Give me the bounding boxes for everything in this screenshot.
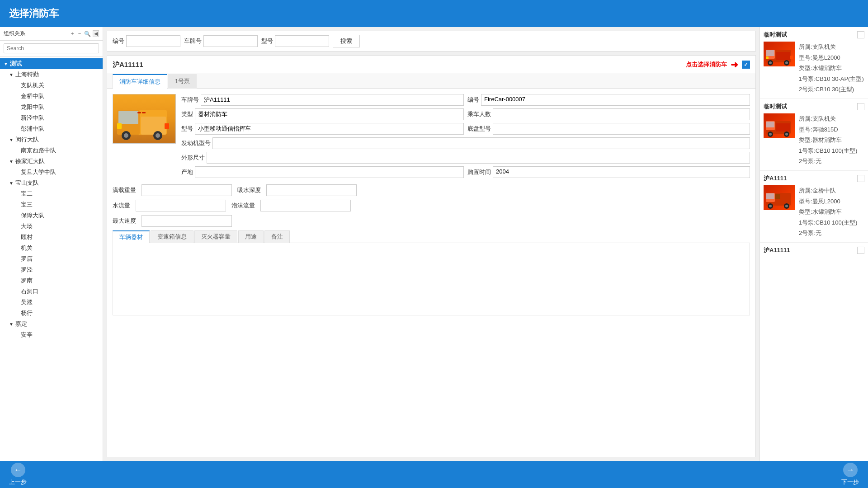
sub-tab-miehuoqi[interactable]: 灭火器容量 xyxy=(194,230,237,243)
sidebar-item-baoshan-san[interactable]: 宝三 xyxy=(0,199,103,210)
sidebar-item-minhang[interactable]: ▼ 闵行大队 xyxy=(0,134,103,145)
sub-tab-yongtu[interactable]: 用途 xyxy=(238,230,264,243)
right-card-1-checkbox[interactable] xyxy=(857,31,864,38)
chengren-value xyxy=(493,108,750,120)
page-title: 选择消防车 xyxy=(9,7,59,20)
right-card-4-checkbox[interactable] xyxy=(857,247,864,254)
right-card-3-image xyxy=(764,185,795,210)
sidebar-item-baozhang[interactable]: 保障大队 xyxy=(0,210,103,221)
sidebar-item-shanghai-teqin[interactable]: ▼ 上海特勤 xyxy=(0,69,103,80)
sidebar-item-jiading[interactable]: ▼ 嘉定 xyxy=(0,319,103,329)
leixing-value: 器材消防车 xyxy=(195,108,464,120)
metrics-row-2: 水流量 泡沫流量 xyxy=(113,200,750,211)
dipan-label: 底盘型号 xyxy=(467,125,491,133)
chengren-cell: 乘车人数 xyxy=(467,108,750,120)
xinghao-input[interactable] xyxy=(275,35,329,47)
svg-rect-11 xyxy=(142,112,146,113)
bianhao-input[interactable] xyxy=(126,35,180,47)
sidebar-item-pengpu[interactable]: 彭浦中队 xyxy=(0,123,103,134)
sidebar-item-dachang[interactable]: 大场 xyxy=(0,221,103,232)
search-button[interactable]: 搜索 xyxy=(333,35,360,47)
sidebar-item-label: 上海特勤 xyxy=(15,70,39,79)
next-button[interactable]: → 下一步 xyxy=(841,463,859,486)
sidebar-item-nanjingxilu[interactable]: 南京西路中队 xyxy=(0,145,103,156)
sidebar-item-label: 安亭 xyxy=(21,331,33,339)
sidebar-item-wusong[interactable]: 吴淞 xyxy=(0,297,103,308)
sidebar-item-luodian[interactable]: 罗店 xyxy=(0,253,103,264)
right-card-1-suoshu: 所属:支队机关 xyxy=(799,42,864,52)
prev-button[interactable]: ← 上一步 xyxy=(9,463,27,486)
select-checkbox[interactable]: ✓ xyxy=(742,61,750,69)
sub-tab-beizhu[interactable]: 备注 xyxy=(264,230,290,243)
sidebar-item-zhidui-jiguan[interactable]: 支队机关 xyxy=(0,80,103,91)
right-card-3-header: 沪A1111 xyxy=(764,174,864,183)
search-icon[interactable]: 🔍 xyxy=(84,31,91,37)
collapse-all-icon[interactable]: － xyxy=(77,30,82,38)
right-card-2-leixing: 类型:器材消防车 xyxy=(799,135,864,145)
right-card-2-checkbox[interactable] xyxy=(857,103,864,110)
right-card-3-xinghao: 型号:曼恩L2000 xyxy=(799,196,864,207)
main-container: 组织关系 ＋ － 🔍 ◀ ▼ 测试 ▼ 上海特勤 支队机关 xyxy=(0,27,868,461)
chepai-label: 车牌号 xyxy=(184,37,202,45)
search-input[interactable] xyxy=(4,43,99,53)
sidebar-icons: ＋ － 🔍 ◀ xyxy=(70,30,99,38)
svg-rect-2 xyxy=(118,111,138,124)
right-card-2: 临时测试 所属:支队机关 xyxy=(760,99,868,171)
tab-detail[interactable]: 消防车详细信息 xyxy=(113,74,167,89)
sidebar-item-xuhui[interactable]: ▼ 徐家汇大队 xyxy=(0,156,103,167)
sidebar-item-label: 金桥中队 xyxy=(21,92,44,100)
right-card-3-leixing: 类型:水罐消防车 xyxy=(799,206,864,217)
fadongji-cell: 发动机型号 xyxy=(181,137,750,149)
right-card-2-pump2: 2号泵:无 xyxy=(799,156,864,167)
xishui-input[interactable] xyxy=(266,184,357,196)
sidebar-item-luonan[interactable]: 罗南 xyxy=(0,275,103,286)
sidebar-item-shidongkou[interactable]: 石洞口 xyxy=(0,286,103,297)
zuida-input[interactable] xyxy=(142,215,232,227)
right-card-3-checkbox[interactable] xyxy=(857,175,864,182)
info-row-6: 产地 购置时间 2004 xyxy=(181,166,750,178)
sidebar: 组织关系 ＋ － 🔍 ◀ ▼ 测试 ▼ 上海特勤 支队机关 xyxy=(0,27,103,461)
sidebar-item-test[interactable]: ▼ 测试 xyxy=(0,58,103,69)
right-card-1-text: 所属:支队机关 型号:曼恩L2000 类型:水罐消防车 1号泵:CB10 30-… xyxy=(799,42,864,95)
bianhao-label: 编号 xyxy=(467,96,479,104)
sub-tab-cheliang[interactable]: 车辆器材 xyxy=(113,230,150,243)
sidebar-item-label: 顾村 xyxy=(21,233,33,241)
expand-all-icon[interactable]: ＋ xyxy=(70,30,75,38)
bianhao-field: 编号 xyxy=(113,35,180,47)
sidebar-item-label: 支队机关 xyxy=(21,81,44,89)
info-row-5: 外形尺寸 xyxy=(181,152,750,164)
sidebar-item-baoji-er[interactable]: 宝二 xyxy=(0,188,103,199)
sidebar-item-jiguan[interactable]: 机关 xyxy=(0,243,103,253)
sidebar-item-longyang[interactable]: 龙阳中队 xyxy=(0,102,103,113)
sidebar-item-jinqiao[interactable]: 金桥中队 xyxy=(0,91,103,102)
car-image xyxy=(113,94,176,144)
sub-tab-biansuxiang[interactable]: 变速箱信息 xyxy=(151,230,193,243)
pamo-input[interactable] xyxy=(260,200,351,211)
expand-icon-test: ▼ xyxy=(4,61,8,66)
sidebar-collapse-btn[interactable]: ◀ xyxy=(93,30,99,37)
sidebar-item-yangxing[interactable]: 杨行 xyxy=(0,308,103,319)
right-card-2-pump1: 1号泵:CB10 100(主型) xyxy=(799,145,864,156)
sidebar-item-luoze[interactable]: 罗泾 xyxy=(0,264,103,275)
right-card-3-title: 沪A1111 xyxy=(764,174,787,183)
right-card-3: 沪A1111 所属:金桥中队 xyxy=(760,171,868,243)
sidebar-item-fudan[interactable]: 复旦大学中队 xyxy=(0,167,103,178)
leixing-cell: 类型 器材消防车 xyxy=(181,108,464,120)
right-card-1-pump1: 1号泵:CB10 30-AP(主型) xyxy=(799,74,864,84)
sidebar-item-label: 宝二 xyxy=(21,190,33,198)
sidebar-item-anting[interactable]: 安亭 xyxy=(0,329,103,340)
right-card-2-image xyxy=(764,113,795,138)
sidebar-item-gucun[interactable]: 顾村 xyxy=(0,232,103,243)
tab-pump1[interactable]: 1号泵 xyxy=(168,74,197,89)
sidebar-item-xinze[interactable]: 新泾中队 xyxy=(0,113,103,123)
manzai-input[interactable] xyxy=(142,184,232,196)
sidebar-item-label: 龙阳中队 xyxy=(21,103,44,111)
shuiliuliang-input[interactable] xyxy=(136,200,226,211)
svg-rect-10 xyxy=(137,112,141,113)
sidebar-item-label: 南京西路中队 xyxy=(21,146,56,155)
right-card-4-header: 沪A11111 xyxy=(764,246,864,254)
dipan-value xyxy=(493,123,750,135)
chepai-input[interactable] xyxy=(203,35,258,47)
sidebar-item-baoshan[interactable]: ▼ 宝山支队 xyxy=(0,178,103,188)
info-row-4: 发动机型号 xyxy=(181,137,750,149)
